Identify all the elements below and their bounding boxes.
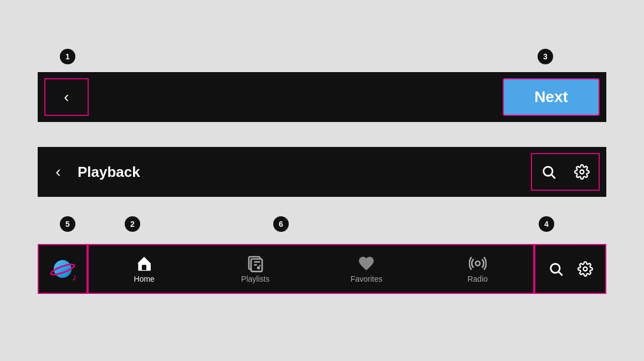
next-label: Next: [534, 88, 568, 106]
back-chevron-mid-icon: ‹: [55, 163, 60, 181]
badge-4: 4: [539, 216, 554, 232]
svg-point-13: [583, 267, 587, 271]
top-bar: ‹ Next: [38, 72, 606, 122]
badge-1: 1: [60, 49, 75, 64]
playlists-label: Playlists: [241, 274, 269, 283]
search-button-mid[interactable]: [538, 161, 560, 183]
home-icon: [135, 255, 153, 272]
back-button-top[interactable]: ‹: [44, 78, 89, 116]
playback-title: Playback: [78, 164, 531, 181]
svg-line-12: [559, 272, 562, 275]
bottom-bar: ♪ Home Playlists: [38, 244, 606, 294]
music-note-icon: ♪: [72, 272, 77, 283]
settings-button-mid[interactable]: [571, 161, 593, 183]
svg-line-1: [551, 175, 555, 178]
bottom-actions: [534, 244, 606, 294]
gear-icon-bottom: [577, 261, 593, 277]
middle-bar: ‹ Playback: [38, 147, 606, 197]
nav-item-playlists[interactable]: Playlists: [233, 255, 278, 283]
nav-item-favorites[interactable]: Favorites: [344, 255, 389, 283]
svg-point-11: [550, 264, 559, 273]
favorites-icon: [357, 255, 375, 272]
playlists-icon: [247, 255, 264, 272]
badge-2: 2: [125, 216, 140, 232]
svg-rect-3: [142, 265, 146, 270]
search-icon-bottom: [548, 261, 564, 277]
badge-6: 6: [273, 216, 289, 232]
search-icon-mid: [541, 164, 556, 180]
svg-point-6: [257, 266, 259, 269]
radio-label: Radio: [467, 274, 488, 283]
saturn-logo: ♪: [49, 256, 76, 282]
badge-5: 5: [60, 216, 75, 232]
svg-point-10: [476, 261, 480, 266]
radio-icon: [469, 255, 487, 272]
gear-icon-mid: [574, 164, 590, 180]
svg-point-2: [580, 170, 584, 174]
nav-item-radio[interactable]: Radio: [456, 255, 500, 283]
badge-3: 3: [538, 49, 553, 64]
back-button-mid[interactable]: ‹: [44, 153, 72, 191]
settings-button-bottom[interactable]: [574, 258, 596, 280]
home-label: Home: [134, 274, 155, 283]
search-button-bottom[interactable]: [545, 258, 567, 280]
nav-item-home[interactable]: Home: [122, 255, 166, 283]
svg-point-0: [544, 167, 553, 176]
next-button[interactable]: Next: [503, 78, 600, 116]
back-chevron-icon: ‹: [64, 88, 69, 106]
nav-items: Home Playlists Favorites: [88, 244, 534, 294]
favorites-label: Favorites: [350, 274, 382, 283]
logo-area[interactable]: ♪: [38, 244, 88, 294]
mid-icon-group: [531, 153, 600, 191]
